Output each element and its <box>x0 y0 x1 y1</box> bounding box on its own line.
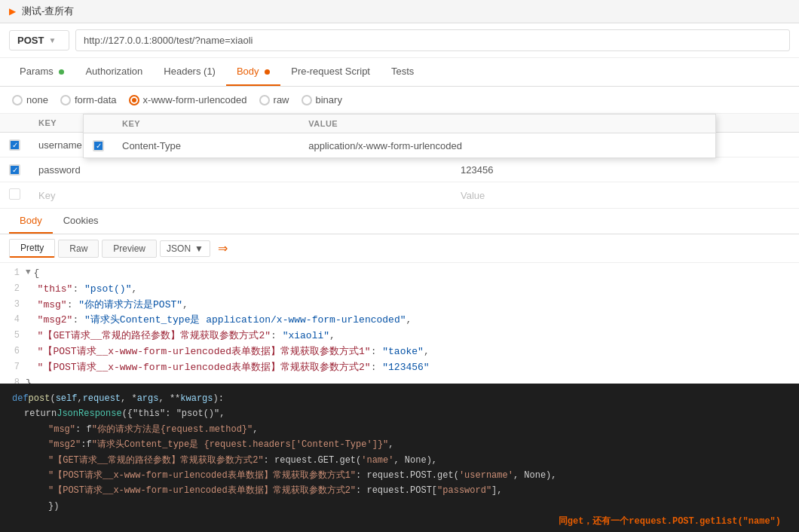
tooltip-checkbox-header <box>84 115 113 133</box>
tooltip-key: Content-Type <box>113 133 299 158</box>
bottom-tab-body[interactable]: Body <box>9 209 53 234</box>
radio-none-label: none <box>26 94 48 105</box>
radio-none[interactable]: none <box>12 94 48 105</box>
method-label: POST <box>17 35 44 46</box>
radio-binary[interactable]: binary <box>302 94 342 105</box>
radio-urlencoded-label: x-www-form-urlencoded <box>143 94 247 105</box>
row3-key-placeholder[interactable]: Key <box>29 182 452 209</box>
code-line-5: "【GET请求__常规的路径参数】常规获取参数方式2": request.GET… <box>48 453 787 468</box>
radio-form-data[interactable]: form-data <box>60 94 117 105</box>
request-tabs: Params Authorization Headers (1) Body Pr… <box>0 58 799 87</box>
radio-form-data-label: form-data <box>75 94 117 105</box>
code-line-3: "msg": f"你的请求方法是{request.method}", <box>48 422 787 437</box>
row2-key[interactable]: password <box>29 157 452 182</box>
tooltip-checkbox[interactable] <box>93 140 104 151</box>
row2-checkbox[interactable] <box>9 164 20 176</box>
code-line-4: "msg2": f"请求头Content_type是 {request.head… <box>48 437 787 452</box>
format-arrow: ▼ <box>194 243 204 254</box>
row2-checkbox-cell[interactable] <box>0 157 29 182</box>
json-line-8: 8 } <box>0 376 799 384</box>
hint-line: 同get，还有一个request.POST.getlist("name") <box>12 514 787 529</box>
row3-checkbox-empty[interactable] <box>9 188 20 200</box>
format-label: JSON <box>167 243 191 254</box>
url-bar: POST ▼ <box>0 23 799 58</box>
json-line-4: 4 "msg2": "请求头Content_type是 application/… <box>0 313 799 329</box>
code-line-2: return JsonResponse({"this": "psot()", <box>24 406 787 421</box>
params-dot <box>59 69 64 75</box>
code-panel: def post(self, request, *args, **kwargs)… <box>0 384 799 532</box>
tab-prerequest-label: Pre-request Script <box>291 66 370 77</box>
format-select[interactable]: JSON ▼ <box>160 240 210 257</box>
row3-value-placeholder: Value <box>452 182 799 209</box>
row1-checkbox-cell[interactable] <box>0 133 29 157</box>
preview-button[interactable]: Preview <box>102 240 157 258</box>
row2-value[interactable]: 123456 <box>452 157 799 182</box>
row1-checkbox[interactable] <box>9 139 20 151</box>
radio-urlencoded-circle <box>129 95 139 105</box>
json-line-3: 3 "msg": "你的请求方法是POST", <box>0 298 799 313</box>
col-checkbox-header <box>0 114 29 133</box>
tab-authorization[interactable]: Authorization <box>75 58 153 86</box>
json-viewer: 1 ▼ { 2 "this": "psot()", 3 "msg": "你的请求… <box>0 263 799 384</box>
wrap-icon[interactable]: ⇒ <box>218 241 228 255</box>
response-toolbar: Pretty Raw Preview JSON ▼ ⇒ <box>0 234 799 263</box>
hint-text: 同get，还有一个request.POST.getlist("name") <box>559 516 781 527</box>
radio-none-circle <box>12 95 23 105</box>
tab-prerequest[interactable]: Pre-request Script <box>280 58 381 86</box>
radio-binary-circle <box>302 95 312 105</box>
collapse-icon[interactable]: ▶ <box>9 6 16 17</box>
tab-authorization-label: Authorization <box>85 66 142 77</box>
code-line-8: }) <box>48 499 787 514</box>
bottom-tab-body-label: Body <box>20 215 42 226</box>
code-line-6: "【POST请求__x-www-form-urlencoded表单数据】常规获取… <box>48 468 787 483</box>
row3-checkbox-cell[interactable] <box>0 182 29 209</box>
tab-params[interactable]: Params <box>9 58 75 86</box>
pretty-button[interactable]: Pretty <box>9 239 55 258</box>
content-type-tooltip: KEY VALUE Content-Type application/x-www… <box>83 114 716 158</box>
tab-tests[interactable]: Tests <box>381 58 424 86</box>
tooltip-value-header: VALUE <box>299 115 715 133</box>
raw-button[interactable]: Raw <box>58 240 99 258</box>
radio-form-data-circle <box>60 95 71 105</box>
json-line-5: 5 "【GET请求__常规的路径参数】常规获取参数方式2": "xiaoli", <box>0 329 799 344</box>
response-tabs: Body Cookies <box>0 209 799 234</box>
method-dropdown-arrow: ▼ <box>48 36 56 44</box>
top-bar: ▶ 测试-查所有 <box>0 0 799 23</box>
url-input[interactable] <box>75 29 790 51</box>
code-line-1: def post(self, request, *args, **kwargs)… <box>12 391 787 406</box>
table-row: password 123456 <box>0 157 799 182</box>
radio-binary-label: binary <box>316 94 342 105</box>
json-line-6: 6 "【POST请求__x-www-form-urlencoded表单数据】常规… <box>0 344 799 360</box>
tab-body-label: Body <box>237 66 259 77</box>
tab-headers-label: Headers (1) <box>164 66 216 77</box>
tooltip-row: Content-Type application/x-www-form-urle… <box>84 133 715 158</box>
radio-raw[interactable]: raw <box>259 94 289 105</box>
tooltip-value: application/x-www-form-urlencoded <box>299 133 715 158</box>
radio-raw-circle <box>259 95 270 105</box>
json-line-2: 2 "this": "psot()", <box>0 282 799 298</box>
collapse-toggle-1[interactable]: ▼ <box>26 266 31 280</box>
table-row: Key Value <box>0 182 799 209</box>
json-line-1: 1 ▼ { <box>0 266 799 282</box>
tab-headers[interactable]: Headers (1) <box>153 58 226 86</box>
tooltip-key-header: KEY <box>113 115 299 133</box>
code-line-7: "【POST请求__x-www-form-urlencoded表单数据】常规获取… <box>48 483 787 498</box>
bottom-tab-cookies[interactable]: Cookies <box>53 209 109 234</box>
tab-body[interactable]: Body <box>226 58 280 86</box>
json-line-7: 7 "【POST请求__x-www-form-urlencoded表单数据】常规… <box>0 360 799 376</box>
form-params-section: KEY VALUE username taoke password 123456… <box>0 114 799 209</box>
breadcrumb: 测试-查所有 <box>22 5 74 18</box>
radio-urlencoded[interactable]: x-www-form-urlencoded <box>129 94 247 105</box>
body-dot <box>265 69 270 75</box>
tab-tests-label: Tests <box>391 66 414 77</box>
bottom-tab-cookies-label: Cookies <box>63 215 99 226</box>
method-select[interactable]: POST ▼ <box>9 30 69 50</box>
body-type-radio-group: none form-data x-www-form-urlencoded raw… <box>0 87 799 114</box>
tab-params-label: Params <box>20 66 54 77</box>
tooltip-checkbox-cell <box>84 133 113 158</box>
radio-raw-label: raw <box>274 94 289 105</box>
